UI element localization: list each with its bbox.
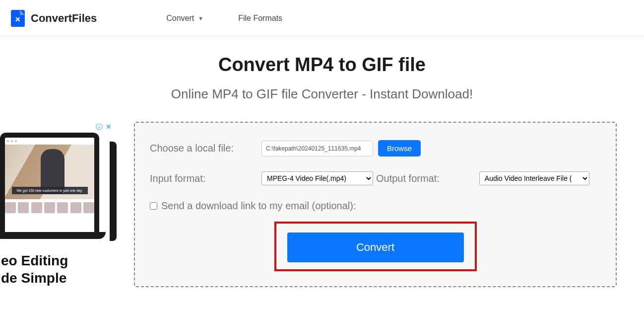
choose-file-label: Choose a local file: bbox=[150, 143, 261, 154]
hero: Convert MP4 to GIF file Online MP4 to GI… bbox=[0, 36, 644, 112]
nav-convert-label: Convert bbox=[166, 14, 194, 23]
brand-text: ConvertFiles bbox=[31, 12, 97, 25]
nav-formats[interactable]: File Formats bbox=[238, 14, 282, 23]
row-choose-file: Choose a local file: Browse bbox=[150, 140, 601, 156]
page-subtitle: Online MP4 to GIF file Converter - Insta… bbox=[10, 86, 634, 102]
convert-button-wrap: Convert bbox=[150, 222, 601, 271]
input-format-label: Input format: bbox=[150, 173, 261, 184]
convert-highlight-box: Convert bbox=[274, 222, 477, 271]
browse-button[interactable]: Browse bbox=[378, 140, 421, 156]
ad-headline: eo Editing de Simple bbox=[0, 252, 112, 287]
row-formats: Input format: MPEG-4 Video File(.mp4) Ou… bbox=[150, 171, 601, 185]
ad-panel: ⓘ ✕ We got 156 new customers in just one… bbox=[0, 122, 112, 287]
chevron-down-icon: ▼ bbox=[198, 15, 203, 21]
ad-controls: ⓘ ✕ bbox=[96, 123, 112, 132]
input-format-select[interactable]: MPEG-4 Video File(.mp4) bbox=[261, 171, 373, 185]
ad-laptop[interactable]: We got 156 new customers in just one day… bbox=[0, 133, 99, 232]
ad-info-icon[interactable]: ⓘ bbox=[96, 123, 103, 132]
main-nav: Convert ▼ File Formats bbox=[166, 14, 282, 23]
email-checkbox[interactable] bbox=[150, 202, 157, 210]
nav-formats-label: File Formats bbox=[238, 14, 282, 23]
body-row: ⓘ ✕ We got 156 new customers in just one… bbox=[0, 112, 644, 287]
output-format-label: Output format: bbox=[376, 173, 440, 184]
ad-line2: de Simple bbox=[1, 269, 112, 287]
ad-image: We got 156 new customers in just one day… bbox=[5, 145, 94, 199]
ad-close-icon[interactable]: ✕ bbox=[106, 123, 112, 132]
logo-icon bbox=[11, 10, 25, 27]
logo[interactable]: ConvertFiles bbox=[11, 10, 97, 27]
converter-panel: Choose a local file: Browse Input format… bbox=[134, 122, 617, 287]
output-format-select[interactable]: Audio Video Interleave File ( bbox=[479, 171, 589, 185]
ad-line1: eo Editing bbox=[1, 252, 112, 269]
email-checkbox-label: Send a download link to my email (option… bbox=[161, 200, 356, 212]
file-path-input[interactable] bbox=[261, 141, 373, 156]
page-title: Convert MP4 to GIF file bbox=[10, 54, 634, 76]
ad-caption: We got 156 new customers in just one day… bbox=[12, 187, 88, 194]
convert-button[interactable]: Convert bbox=[287, 233, 464, 262]
ad-thumbnails bbox=[5, 202, 94, 213]
nav-convert[interactable]: Convert ▼ bbox=[166, 14, 203, 23]
header: ConvertFiles Convert ▼ File Formats bbox=[0, 0, 644, 36]
row-email-option: Send a download link to my email (option… bbox=[150, 200, 601, 212]
